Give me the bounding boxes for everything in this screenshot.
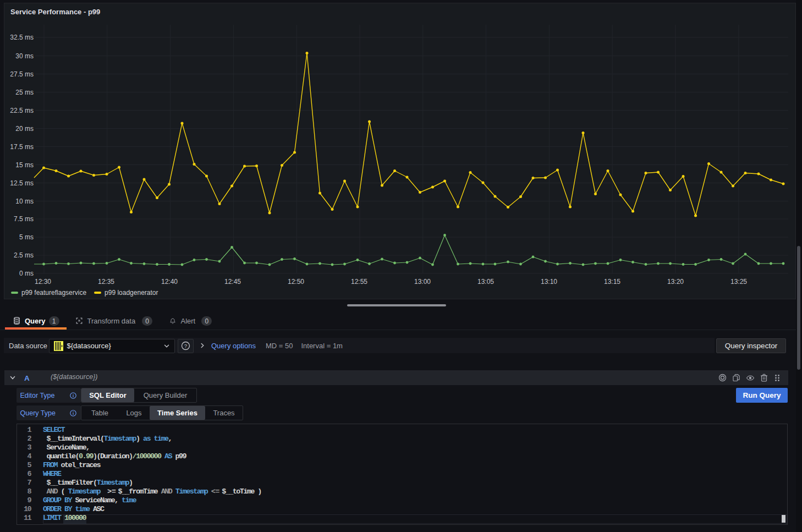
svg-text:12.5 ms: 12.5 ms <box>10 179 34 187</box>
svg-text:13:10: 13:10 <box>541 278 557 286</box>
svg-text:30 ms: 30 ms <box>15 52 34 60</box>
svg-text:12:40: 12:40 <box>161 278 178 286</box>
svg-text:32.5 ms: 32.5 ms <box>10 34 34 41</box>
svg-text:12:45: 12:45 <box>224 278 241 286</box>
svg-text:10 ms: 10 ms <box>15 198 34 205</box>
svg-text:15 ms: 15 ms <box>15 161 34 169</box>
svg-text:22.5 ms: 22.5 ms <box>10 107 34 114</box>
svg-text:12:50: 12:50 <box>288 278 304 286</box>
svg-text:17.5 ms: 17.5 ms <box>10 143 34 151</box>
svg-text:13:20: 13:20 <box>667 278 684 286</box>
svg-text:13:05: 13:05 <box>477 278 494 286</box>
svg-text:13:15: 13:15 <box>604 278 620 286</box>
svg-text:2.5 ms: 2.5 ms <box>14 251 34 259</box>
svg-text:12:35: 12:35 <box>98 278 114 286</box>
svg-text:13:00: 13:00 <box>414 278 431 286</box>
svg-text:12:30: 12:30 <box>35 278 51 286</box>
svg-text:25 ms: 25 ms <box>15 89 34 96</box>
svg-text:27.5 ms: 27.5 ms <box>10 70 34 78</box>
svg-text:0 ms: 0 ms <box>19 270 34 277</box>
svg-text:20 ms: 20 ms <box>15 125 34 133</box>
svg-text:12:55: 12:55 <box>351 278 367 286</box>
svg-text:5 ms: 5 ms <box>19 233 34 241</box>
svg-text:?: ? <box>184 343 187 349</box>
svg-text:7.5 ms: 7.5 ms <box>14 215 34 223</box>
svg-text:13:25: 13:25 <box>730 278 747 286</box>
